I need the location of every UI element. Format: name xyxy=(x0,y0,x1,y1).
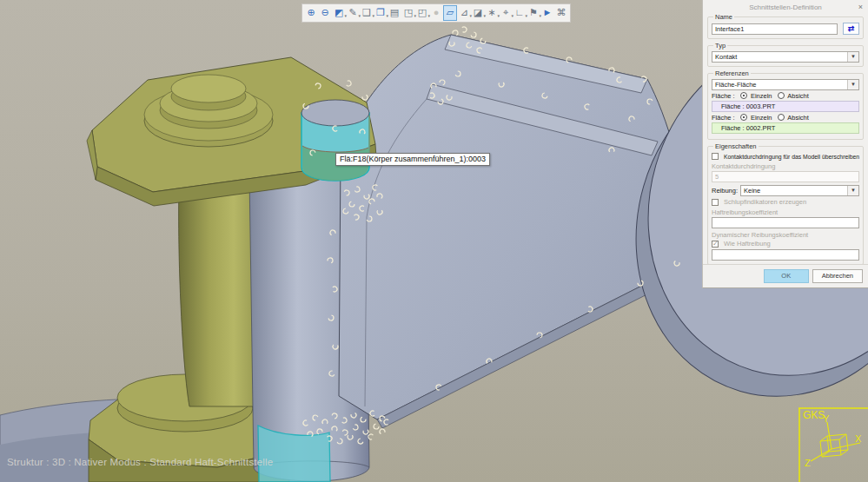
zoom-out-icon[interactable]: ⊖ xyxy=(318,5,332,21)
display-style-icon[interactable]: ❑ xyxy=(360,5,374,21)
explode-view-icon[interactable]: ◰ xyxy=(415,5,429,21)
type-group: Typ Kontakt ▼ xyxy=(707,42,864,67)
properties-group-label: Eigenschaften xyxy=(713,142,759,150)
override-penetration-checkbox[interactable] xyxy=(712,153,719,160)
surface1-radio-row: Fläche : Einzeln Absicht xyxy=(712,92,859,100)
friction-label: Reibung: xyxy=(712,187,738,195)
datum-axis-display-icon[interactable]: ⊿ xyxy=(457,5,471,21)
slip-indicators-checkbox xyxy=(712,199,719,206)
references-group-label: Referenzen xyxy=(713,69,751,77)
surface1-reference-field[interactable]: Fläche : 0003.PRT xyxy=(712,101,859,112)
section-view-icon[interactable]: ◳ xyxy=(401,5,415,21)
annotation-display-icon[interactable]: ⚑ xyxy=(527,5,540,21)
surface2-single-label: Einzeln xyxy=(751,114,772,122)
surface1-prefix: Fläche : xyxy=(712,92,735,100)
surface1-intent-radio[interactable] xyxy=(778,92,785,99)
spin-center-icon: ● xyxy=(429,5,443,21)
references-group: Referenzen Fläche-Fläche ▼ Fläche : Einz… xyxy=(707,69,864,140)
name-group: Name ⇄ xyxy=(707,13,864,39)
surface1-single-label: Einzeln xyxy=(751,92,772,100)
interface-swap-icon[interactable]: ⇄ xyxy=(843,23,859,35)
chevron-down-icon[interactable]: ▼ xyxy=(847,186,858,195)
friction-combobox[interactable]: Keine ▼ xyxy=(740,185,859,196)
override-penetration-label: Kontaktdurchdringung für das Modell über… xyxy=(724,154,859,160)
graphics-toolbar: ⊕⊖◩✎❑❐▤◳◰●▱⊿◪∗⌖∟⚑►⌘ xyxy=(301,3,571,23)
datum-tag-display-icon[interactable]: ◪ xyxy=(471,5,485,21)
surface2-intent-label: Absicht xyxy=(787,114,809,122)
surface2-single-radio[interactable] xyxy=(740,114,747,121)
type-group-label: Typ xyxy=(713,42,727,50)
reference-type-value: Fläche-Fläche xyxy=(715,81,757,89)
dialog-title: Schnittstellen-Definition xyxy=(703,0,868,13)
penetration-input xyxy=(712,171,859,182)
csys-display-icon[interactable]: ⌖ xyxy=(499,5,513,21)
chevron-down-icon[interactable]: ▼ xyxy=(847,80,858,89)
interface-definition-dialog: Schnittstellen-Definition × Name ⇄ Typ K… xyxy=(702,0,868,288)
penetration-label: Kontaktdurchdringung xyxy=(712,162,859,170)
name-group-label: Name xyxy=(713,13,734,21)
model-tree-icon[interactable]: ⌘ xyxy=(554,5,568,21)
reference-type-combobox[interactable]: Fläche-Fläche ▼ xyxy=(712,79,859,90)
status-bar: Struktur : 3D : Nativer Modus : Standard… xyxy=(7,457,273,467)
surface1-single-radio[interactable] xyxy=(740,92,747,99)
saved-orientations-icon[interactable]: ❐ xyxy=(374,5,388,21)
slip-indicators-label: Schlupfindikatoren erzeugen xyxy=(724,198,806,206)
dialog-footer: OK Abbrechen xyxy=(703,264,868,287)
refit-icon[interactable]: ◩ xyxy=(332,5,346,21)
axis-x-label: X xyxy=(855,433,862,444)
point-display-icon[interactable]: ∗ xyxy=(485,5,499,21)
datum-plane-display-icon[interactable]: ▱ xyxy=(443,5,457,21)
chevron-down-icon[interactable]: ▼ xyxy=(847,52,858,62)
surface2-reference-field[interactable]: Fläche : 0002.PRT xyxy=(712,122,859,134)
same-as-static-checkbox xyxy=(712,241,719,248)
cancel-button[interactable]: Abbrechen xyxy=(812,269,863,283)
friction-value: Keine xyxy=(744,187,760,195)
surface2-prefix: Fläche : xyxy=(712,114,735,122)
surface1-intent-label: Absicht xyxy=(787,92,809,100)
same-as-static-label: Wie Haftreibung xyxy=(724,240,771,248)
highlighted-surface-0003[interactable] xyxy=(301,100,369,181)
csys-label: GKS xyxy=(803,409,825,421)
type-value: Kontakt xyxy=(715,53,737,61)
surface2-radio-row: Fläche : Einzeln Absicht xyxy=(712,114,859,122)
properties-group: Eigenschaften Kontaktdurchdringung für d… xyxy=(707,142,864,265)
select-arrow-icon[interactable]: ► xyxy=(540,5,554,21)
application-window: GKS Y X Z ⊕⊖◩✎❑❐▤◳◰●▱⊿◪∗⌖∟⚑►⌘ Flä:F18(Kö… xyxy=(0,0,868,482)
dynamic-friction-input[interactable] xyxy=(712,249,859,261)
axis-tag-display-icon[interactable]: ∟ xyxy=(513,5,527,21)
type-combobox[interactable]: Kontakt ▼ xyxy=(712,51,859,63)
axis-z-label: Z xyxy=(805,458,811,468)
ok-button[interactable]: OK xyxy=(764,269,809,283)
dynamic-friction-label: Dynamischer Reibungskoeffizient xyxy=(712,231,859,239)
close-icon[interactable]: × xyxy=(858,3,863,11)
zoom-in-icon[interactable]: ⊕ xyxy=(304,5,318,21)
name-input[interactable] xyxy=(712,23,838,35)
static-friction-input[interactable] xyxy=(712,217,859,228)
selection-tooltip: Flä:F18(Körper zusammenführen_1):0003 xyxy=(335,153,490,166)
surface2-intent-radio[interactable] xyxy=(778,114,785,121)
axis-y-label: Y xyxy=(823,413,830,424)
repaint-icon[interactable]: ✎ xyxy=(346,5,360,21)
static-friction-label: Haftreibungskoeffizient xyxy=(712,208,859,216)
view-images-icon[interactable]: ▤ xyxy=(388,5,401,21)
